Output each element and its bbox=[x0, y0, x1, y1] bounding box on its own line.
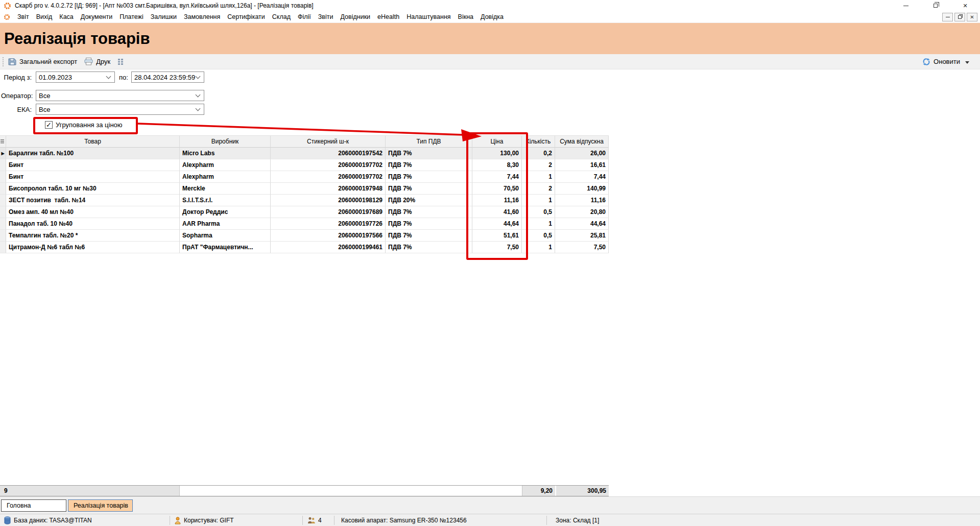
cell-barcode[interactable]: 2060000197726 bbox=[271, 218, 386, 230]
tab-realizatsiia-tovariv[interactable]: Реалізація товарів bbox=[68, 499, 133, 512]
cell-vyrobnyk[interactable]: Доктор Реддис bbox=[180, 206, 271, 218]
cell-suma[interactable]: 26,00 bbox=[555, 148, 609, 159]
cell-tovar[interactable]: ЗЕСТ позитив табл. №14 bbox=[6, 195, 180, 206]
menu-item-ehealth[interactable]: eHealth bbox=[374, 12, 403, 21]
cell-pdv[interactable]: ПДВ 20% bbox=[386, 195, 472, 206]
cell-kilkist[interactable]: 1 bbox=[522, 218, 555, 230]
cell-tovar[interactable]: Бисопролол табл. 10 мг №30 bbox=[6, 183, 180, 195]
table-row[interactable]: Панадол таб. 10 №40 AAR Pharma 206000019… bbox=[0, 218, 609, 230]
cell-suma[interactable]: 11,16 bbox=[555, 195, 609, 206]
refresh-button[interactable]: Оновити bbox=[919, 56, 973, 67]
cell-kilkist[interactable]: 0,5 bbox=[522, 206, 555, 218]
period-from-combo[interactable]: 01.09.2023 bbox=[36, 71, 115, 83]
period-to-combo[interactable]: 28.04.2024 23:59:59 bbox=[131, 71, 204, 83]
menu-item-filii[interactable]: Філії bbox=[294, 12, 315, 21]
menu-item-zvity[interactable]: Звіти bbox=[315, 12, 337, 21]
cell-pdv[interactable]: ПДВ 7% bbox=[386, 171, 472, 183]
refresh-dropdown-caret-icon[interactable] bbox=[965, 61, 969, 64]
cell-barcode[interactable]: 2060000199461 bbox=[271, 242, 386, 253]
cell-kilkist[interactable]: 2 bbox=[522, 183, 555, 195]
mdi-minimize-button[interactable] bbox=[942, 13, 953, 21]
cell-vyrobnyk[interactable]: Micro Labs bbox=[180, 148, 271, 159]
cell-vyrobnyk[interactable]: Alexpharm bbox=[180, 159, 271, 171]
cell-tovar[interactable]: Панадол таб. 10 №40 bbox=[6, 218, 180, 230]
columns-button[interactable] bbox=[114, 57, 128, 67]
table-row[interactable]: Бисопролол табл. 10 мг №30 Merckle 20600… bbox=[0, 183, 609, 195]
cell-tovar[interactable]: Омез амп. 40 мл №40 bbox=[6, 206, 180, 218]
cell-vyrobnyk[interactable]: Sopharma bbox=[180, 230, 271, 242]
cell-barcode[interactable]: 2060000197948 bbox=[271, 183, 386, 195]
menu-item-sertyfikaty[interactable]: Сертифікати bbox=[224, 12, 269, 21]
menu-item-dovidka[interactable]: Довідка bbox=[477, 12, 507, 21]
print-button[interactable]: Друк bbox=[81, 56, 114, 67]
cell-suma[interactable]: 7,50 bbox=[555, 242, 609, 253]
cell-vyrobnyk[interactable]: Merckle bbox=[180, 183, 271, 195]
operator-combo[interactable]: Все bbox=[36, 90, 204, 101]
close-button[interactable]: ✕ bbox=[950, 0, 980, 11]
cell-tsina[interactable]: 7,50 bbox=[472, 242, 522, 253]
cell-kilkist[interactable]: 1 bbox=[522, 171, 555, 183]
cell-suma[interactable]: 44,64 bbox=[555, 218, 609, 230]
cell-tsina[interactable]: 7,44 bbox=[472, 171, 522, 183]
column-header-suma[interactable]: Сума відпускна bbox=[555, 136, 609, 148]
menu-item-zvit[interactable]: Звіт bbox=[14, 12, 33, 21]
mdi-restore-button[interactable] bbox=[954, 13, 965, 21]
cell-kilkist[interactable]: 0,5 bbox=[522, 230, 555, 242]
cell-pdv[interactable]: ПДВ 7% bbox=[386, 206, 472, 218]
table-row[interactable]: ▶ Баралгин табл. №100 Micro Labs 2060000… bbox=[0, 148, 609, 159]
cell-tsina[interactable]: 11,16 bbox=[472, 195, 522, 206]
column-header-kilkist[interactable]: Кількість bbox=[522, 136, 555, 148]
menu-item-dovidnyky[interactable]: Довідники bbox=[337, 12, 374, 21]
tab-holovna[interactable]: Головна bbox=[1, 499, 66, 512]
menu-item-kasa[interactable]: Каса bbox=[56, 12, 77, 21]
cell-tsina[interactable]: 8,30 bbox=[472, 159, 522, 171]
menu-item-zalyshky[interactable]: Залишки bbox=[147, 12, 180, 21]
table-row[interactable]: Цитрамон-Д №6 табл №6 ПрАТ "Фармацевтичн… bbox=[0, 242, 609, 253]
column-header-barcode[interactable]: Стикерний ш-к bbox=[271, 136, 386, 148]
cell-tovar[interactable]: Цитрамон-Д №6 табл №6 bbox=[6, 242, 180, 253]
cell-kilkist[interactable]: 1 bbox=[522, 242, 555, 253]
eka-combo[interactable]: Все bbox=[36, 104, 204, 115]
menu-item-nalashtuvannia[interactable]: Налаштування bbox=[403, 12, 454, 21]
cell-barcode[interactable]: 2060000197542 bbox=[271, 148, 386, 159]
table-row[interactable]: Омез амп. 40 мл №40 Доктор Реддис 206000… bbox=[0, 206, 609, 218]
cell-pdv[interactable]: ПДВ 7% bbox=[386, 242, 472, 253]
cell-vyrobnyk[interactable]: ПрАТ "Фармацевтичн... bbox=[180, 242, 271, 253]
cell-pdv[interactable]: ПДВ 7% bbox=[386, 230, 472, 242]
cell-suma[interactable]: 7,44 bbox=[555, 171, 609, 183]
cell-tsina[interactable]: 44,64 bbox=[472, 218, 522, 230]
cell-vyrobnyk[interactable]: Alexpharm bbox=[180, 171, 271, 183]
grouping-by-price-checkbox[interactable]: ✓ bbox=[45, 121, 53, 129]
table-row[interactable]: Темпалгин табл. №20 * Sopharma 206000019… bbox=[0, 230, 609, 242]
column-header-vyrobnyk[interactable]: Виробник bbox=[180, 136, 271, 148]
cell-vyrobnyk[interactable]: AAR Pharma bbox=[180, 218, 271, 230]
cell-pdv[interactable]: ПДВ 7% bbox=[386, 183, 472, 195]
export-button[interactable]: Загальний експорт bbox=[5, 56, 81, 67]
menu-item-zamovlennia[interactable]: Замовлення bbox=[180, 12, 224, 21]
cell-tovar[interactable]: Темпалгин табл. №20 * bbox=[6, 230, 180, 242]
cell-suma[interactable]: 140,99 bbox=[555, 183, 609, 195]
restore-button[interactable] bbox=[921, 0, 950, 11]
cell-tsina[interactable]: 41,60 bbox=[472, 206, 522, 218]
column-header-tovar[interactable]: Товар bbox=[6, 136, 180, 148]
cell-barcode[interactable]: 2060000197566 bbox=[271, 230, 386, 242]
menu-item-vikna[interactable]: Вікна bbox=[455, 12, 477, 21]
menu-item-dokumenty[interactable]: Документи bbox=[77, 12, 116, 21]
table-row[interactable]: Бинт Alexpharm 2060000197702 ПДВ 7% 8,30… bbox=[0, 159, 609, 171]
column-header-pdv[interactable]: Тип ПДВ bbox=[386, 136, 472, 148]
mdi-close-button[interactable]: ✕ bbox=[967, 13, 977, 21]
cell-tovar[interactable]: Бинт bbox=[6, 159, 180, 171]
cell-barcode[interactable]: 2060000197702 bbox=[271, 171, 386, 183]
cell-pdv[interactable]: ПДВ 7% bbox=[386, 218, 472, 230]
grid-corner-cell[interactable] bbox=[0, 136, 6, 148]
table-row[interactable]: Бинт Alexpharm 2060000197702 ПДВ 7% 7,44… bbox=[0, 171, 609, 183]
cell-kilkist[interactable]: 2 bbox=[522, 159, 555, 171]
menu-item-platezhi[interactable]: Платежі bbox=[116, 12, 147, 21]
cell-tsina[interactable]: 51,61 bbox=[472, 230, 522, 242]
table-row[interactable]: ЗЕСТ позитив табл. №14 S.l.l.T.S.r.l. 20… bbox=[0, 195, 609, 206]
cell-pdv[interactable]: ПДВ 7% bbox=[386, 159, 472, 171]
cell-barcode[interactable]: 2060000197702 bbox=[271, 159, 386, 171]
column-header-tsina[interactable]: Ціна bbox=[472, 136, 522, 148]
cell-kilkist[interactable]: 0,2 bbox=[522, 148, 555, 159]
menu-item-vyhid[interactable]: Вихід bbox=[33, 12, 56, 21]
